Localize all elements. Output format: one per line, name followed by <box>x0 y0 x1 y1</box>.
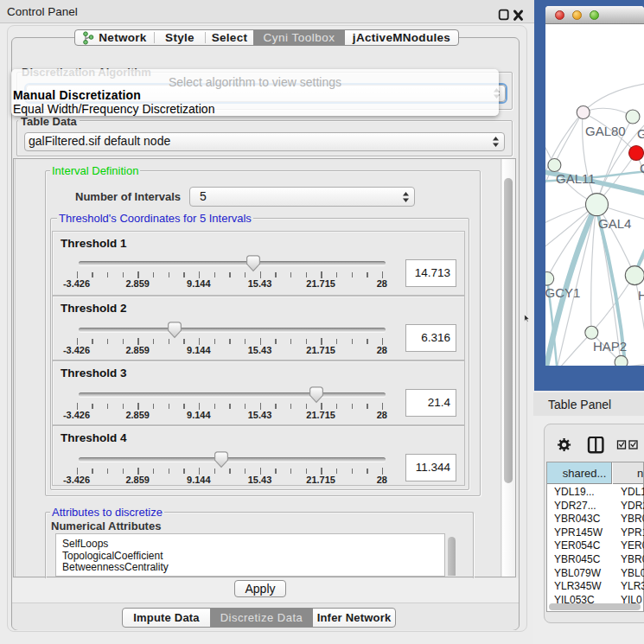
svg-text:GCY1: GCY1 <box>545 285 580 300</box>
svg-text:GAL11: GAL11 <box>556 171 596 186</box>
svg-text:G.: G. <box>637 126 644 141</box>
svg-text:GAL80: GAL80 <box>585 124 626 138</box>
svg-text:GAL4: GAL4 <box>598 216 631 231</box>
svg-text:H: H <box>638 288 644 303</box>
svg-text:HAP2: HAP2 <box>593 339 627 354</box>
svg-text:C: C <box>640 161 644 175</box>
